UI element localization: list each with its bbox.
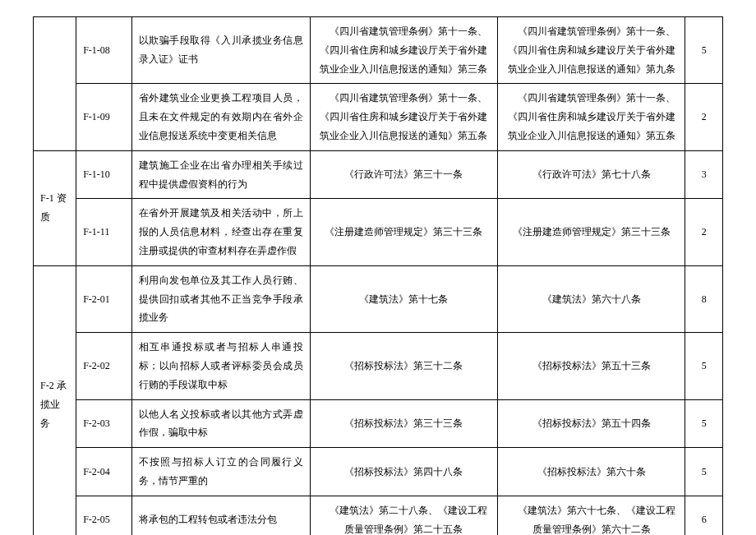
- table-row: F-2 承揽业务 F-2-01 利用向发包单位及其工作人员行贿、提供回扣或者其他…: [34, 265, 723, 332]
- table-row: F-2-03 以他人名义投标或者以其他方式弄虚作假，骗取中标 《招标投标法》第三…: [34, 399, 723, 448]
- law2-cell: 《四川省建筑管理条例》第十一条、《四川省住房和城乡建设厅关于省外建筑业企业入川信…: [498, 17, 685, 84]
- code-cell: F-2-03: [76, 399, 131, 448]
- law1-cell: 《四川省建筑管理条例》第十一条、《四川省住房和城乡建设厅关于省外建筑业企业入川信…: [310, 84, 497, 150]
- score-cell: 2: [685, 199, 723, 265]
- behavior-cell: 省外建筑业企业更换工程项目人员，且未在文件规定的有效期内在省外企业信息报送系统中…: [131, 84, 310, 150]
- behavior-cell: 利用向发包单位及其工作人员行贿、提供回扣或者其他不正当竞争手段承揽业务: [131, 265, 310, 332]
- behavior-cell: 不按照与招标人订立的合同履行义务，情节严重的: [131, 448, 310, 496]
- law2-cell: 《建筑法》第六十七条、《建设工程质量管理条例》第六十二条: [498, 496, 685, 535]
- behavior-cell: 建筑施工企业在出省办理相关手续过程中提供虚假资料的行为: [131, 150, 310, 199]
- law1-cell: 《招标投标法》第三十二条: [310, 333, 497, 399]
- table-row: F-1-08 以欺骗手段取得《入川承揽业务信息录入证》证书 《四川省建筑管理条例…: [34, 17, 723, 84]
- category-cell: F-2 承揽业务: [34, 265, 76, 535]
- behavior-cell: 以欺骗手段取得《入川承揽业务信息录入证》证书: [131, 17, 310, 84]
- code-cell: F-1-10: [76, 150, 131, 199]
- law1-cell: 《建筑法》第十七条: [310, 265, 497, 332]
- regulation-table: F-1-08 以欺骗手段取得《入川承揽业务信息录入证》证书 《四川省建筑管理条例…: [33, 16, 723, 535]
- table-row: F-1 资质 F-1-10 建筑施工企业在出省办理相关手续过程中提供虚假资料的行…: [34, 150, 723, 199]
- law1-cell: 《注册建造师管理规定》第三十三条: [310, 199, 497, 265]
- score-cell: 5: [685, 17, 723, 84]
- category-cell: F-1 资质: [34, 150, 76, 265]
- law2-cell: 《招标投标法》第五十四条: [498, 399, 685, 448]
- code-cell: F-2-01: [76, 265, 131, 332]
- table-row: F-2-02 相互串通投标或者与招标人串通投标；以向招标人或者评标委员会成员行贿…: [34, 333, 723, 399]
- law1-cell: 《四川省建筑管理条例》第十一条、《四川省住房和城乡建设厅关于省外建筑业企业入川信…: [310, 17, 497, 84]
- law2-cell: 《招标投标法》第六十条: [498, 448, 685, 496]
- behavior-cell: 将承包的工程转包或者违法分包: [131, 496, 310, 535]
- law2-cell: 《行政许可法》第七十八条: [498, 150, 685, 199]
- law1-cell: 《建筑法》第二十八条、《建设工程质量管理条例》第二十五条: [310, 496, 497, 535]
- score-cell: 5: [685, 448, 723, 496]
- category-cell: [34, 17, 76, 151]
- law2-cell: 《招标投标法》第五十三条: [498, 333, 685, 399]
- code-cell: F-1-11: [76, 199, 131, 265]
- code-cell: F-2-02: [76, 333, 131, 399]
- code-cell: F-1-09: [76, 84, 131, 150]
- behavior-cell: 在省外开展建筑及相关活动中，所上报的人员信息材料，经查出存在重复注册或提供的审查…: [131, 199, 310, 265]
- table-row: F-1-09 省外建筑业企业更换工程项目人员，且未在文件规定的有效期内在省外企业…: [34, 84, 723, 150]
- score-cell: 8: [685, 265, 723, 332]
- score-cell: 3: [685, 150, 723, 199]
- score-cell: 6: [685, 496, 723, 535]
- table-row: F-2-05 将承包的工程转包或者违法分包 《建筑法》第二十八条、《建设工程质量…: [34, 496, 723, 535]
- code-cell: F-2-05: [76, 496, 131, 535]
- score-cell: 2: [685, 84, 723, 150]
- law2-cell: 《注册建造师管理规定》第三十三条: [498, 199, 685, 265]
- code-cell: F-2-04: [76, 448, 131, 496]
- behavior-cell: 相互串通投标或者与招标人串通投标；以向招标人或者评标委员会成员行贿的手段谋取中标: [131, 333, 310, 399]
- law1-cell: 《招标投标法》第三十三条: [310, 399, 497, 448]
- law1-cell: 《招标投标法》第四十八条: [310, 448, 497, 496]
- law1-cell: 《行政许可法》第三十一条: [310, 150, 497, 199]
- law2-cell: 《四川省建筑管理条例》第十一条、《四川省住房和城乡建设厅关于省外建筑业企业入川信…: [498, 84, 685, 150]
- score-cell: 5: [685, 399, 723, 448]
- score-cell: 5: [685, 333, 723, 399]
- law2-cell: 《建筑法》第六十八条: [498, 265, 685, 332]
- code-cell: F-1-08: [76, 17, 131, 84]
- behavior-cell: 以他人名义投标或者以其他方式弄虚作假，骗取中标: [131, 399, 310, 448]
- table-row: F-2-04 不按照与招标人订立的合同履行义务，情节严重的 《招标投标法》第四十…: [34, 448, 723, 496]
- table-row: F-1-11 在省外开展建筑及相关活动中，所上报的人员信息材料，经查出存在重复注…: [34, 199, 723, 265]
